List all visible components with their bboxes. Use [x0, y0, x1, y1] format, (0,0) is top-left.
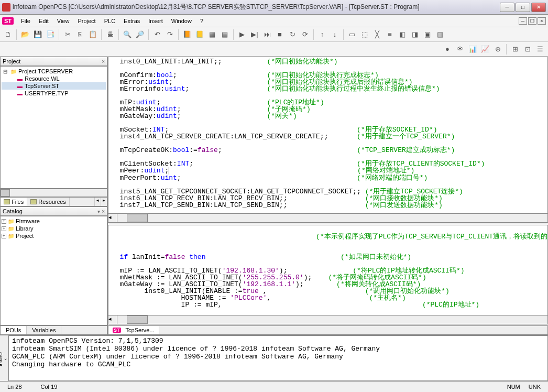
redo-icon[interactable]: ↷ [164, 29, 176, 40]
menu-file[interactable]: File [17, 16, 35, 26]
maximize-button[interactable]: □ [516, 3, 530, 12]
close-button[interactable]: ✕ [531, 3, 546, 12]
lower-hscroll[interactable]: ◂ [108, 315, 548, 324]
catalog-item[interactable]: +📁Firmware [2, 217, 106, 225]
menu-window[interactable]: Window [167, 16, 196, 26]
refresh-icon[interactable]: ⟳ [299, 29, 311, 40]
menu-plc[interactable]: PLC [100, 16, 119, 26]
layout1-icon[interactable]: ⊞ [509, 43, 521, 55]
cycle-icon[interactable]: ↻ [287, 29, 298, 40]
step-icon[interactable]: ▶| [249, 29, 260, 40]
st-icon: ST [113, 328, 121, 333]
tab-right-icon[interactable]: ▸ [101, 198, 107, 206]
mdi-minimize[interactable]: ─ [519, 17, 527, 25]
save-icon[interactable]: 💾 [32, 29, 43, 40]
statusbar: Ln 28 Col 19 NUM UNK [0, 381, 548, 392]
folder-icon: 📁 [7, 233, 15, 239]
watch-icon[interactable]: 👁 [454, 43, 466, 55]
project-panel-header: Project × [0, 57, 107, 66]
folder-icon: 📁 [7, 218, 15, 224]
tree-item[interactable]: ▬USERTYPE.TYP [2, 90, 106, 97]
extra6-icon[interactable]: ◨ [409, 29, 421, 40]
app-icon [2, 3, 10, 12]
tab-resources[interactable]: Resources [27, 198, 70, 206]
tab-files[interactable]: Files [1, 198, 27, 206]
mdi-restore[interactable]: ❐ [528, 17, 536, 25]
catalog-tree[interactable]: +📁Firmware+📁Library+📁Project [0, 216, 107, 325]
layout3-icon[interactable]: ☰ [534, 43, 546, 55]
download-icon[interactable]: ↓ [329, 29, 341, 40]
upper-hscroll[interactable]: ◂ [108, 214, 548, 223]
minimize-button[interactable]: ─ [500, 3, 514, 12]
expand-icon[interactable]: + [2, 234, 6, 238]
tree-item[interactable]: ▬TcpServer.ST [2, 82, 106, 90]
findnext-icon[interactable]: 🔎 [134, 29, 146, 40]
run-icon[interactable]: ▶ [236, 29, 248, 40]
expand-icon[interactable]: + [2, 226, 6, 231]
extra2-icon[interactable]: ⬚ [359, 29, 370, 40]
mdi-close[interactable]: × [538, 17, 546, 25]
folder-icon: 📁 [7, 225, 15, 232]
new-icon[interactable]: 🗋 [2, 29, 14, 40]
scope-icon[interactable]: 📈 [479, 43, 491, 55]
file-icon: ▬ [16, 75, 24, 82]
connect-icon[interactable]: ↑ [316, 29, 328, 40]
menu-insert[interactable]: Insert [144, 16, 167, 26]
expand-icon[interactable]: + [2, 219, 6, 224]
tab-variables[interactable]: Variables [27, 326, 61, 334]
file-icon: ▬ [16, 90, 24, 96]
layout2-icon[interactable]: ⊡ [522, 43, 533, 55]
extra3-icon[interactable]: ╳ [371, 29, 383, 40]
extra7-icon[interactable]: ▣ [422, 29, 433, 40]
menu-?[interactable]: ? [196, 16, 207, 26]
cut-icon[interactable]: ✂ [62, 29, 73, 40]
menu-edit[interactable]: Edit [35, 16, 53, 26]
undo-icon[interactable]: ↶ [151, 29, 163, 40]
catalog-item[interactable]: +📁Library [2, 225, 106, 232]
saveall-icon[interactable]: 📑 [45, 29, 56, 40]
paste-icon[interactable]: 📋 [87, 29, 98, 40]
tab-left-icon[interactable]: ◂ [94, 198, 101, 206]
target-icon[interactable]: ▤ [219, 29, 231, 40]
copy-icon[interactable]: ⎘ [74, 29, 86, 40]
print-icon[interactable]: 🖶 [104, 29, 116, 40]
stepover-icon[interactable]: ⏭ [261, 29, 273, 40]
tree-root[interactable]: ⊟📁 Project TCPSERVER [2, 68, 106, 75]
extra8-icon[interactable]: ▥ [434, 29, 446, 40]
folder-icon: 📁 [10, 68, 17, 74]
project-tree[interactable]: ⊟📁 Project TCPSERVER ▬Resource.WL▬TcpSer… [0, 66, 107, 189]
menu-extras[interactable]: Extras [119, 16, 144, 26]
trace-icon[interactable]: 📊 [467, 43, 478, 55]
project-hscroll[interactable] [0, 189, 107, 197]
pin-icon[interactable]: × [102, 59, 105, 64]
menu-view[interactable]: View [53, 16, 74, 26]
find-icon[interactable]: 🔍 [122, 29, 133, 40]
extra4-icon[interactable]: ≡ [384, 29, 396, 40]
st-badge: ST [2, 17, 14, 25]
file-icon: ▬ [16, 83, 24, 89]
catalog-panel-header: Catalog ▾ × [0, 206, 107, 216]
extra5-icon[interactable]: ◧ [397, 29, 408, 40]
bp-icon[interactable]: ● [442, 43, 453, 55]
output-label: × Output [0, 335, 8, 381]
build-icon[interactable]: 📙 [181, 29, 193, 40]
toggle-icon[interactable]: ⊕ [492, 43, 503, 55]
titlebar: infoteam OpenPCS [C:\Users\Administrator… [0, 0, 548, 15]
output-log[interactable]: infoteam OpenPCS Version: 7,1,5,17309 in… [8, 335, 548, 381]
menu-project[interactable]: Project [73, 16, 100, 26]
compile-icon[interactable]: ▦ [206, 29, 218, 40]
toolbar-main: 🗋 📂 💾 📑 ✂ ⎘ 📋 🖶 🔍 🔎 ↶ ↷ 📙 📒 ▦ ▤ ▶ ▶| ⏭ ■… [0, 27, 548, 42]
code-editor-declarations[interactable]: inst0_LAN_INIT:LAN_INIT;; (*网口初始化功能块*) m… [108, 57, 548, 214]
file-tab-tcpserver[interactable]: ST TcpServe... [108, 326, 159, 334]
open-icon[interactable]: 📂 [19, 29, 31, 40]
pin-icon[interactable]: ▾ × [97, 209, 105, 214]
rebuild-icon[interactable]: 📒 [194, 29, 205, 40]
stop-icon[interactable]: ■ [274, 29, 286, 40]
code-editor-body[interactable]: (*本示例程序实现了PLC作为TCP_SERVER与TCP_CLIENT通讯，将… [108, 225, 548, 315]
tab-pous[interactable]: POUs [1, 326, 27, 334]
tree-item[interactable]: ▬Resource.WL [2, 75, 106, 82]
toolbar-secondary: ● 👁 📊 📈 ⊕ ⊞ ⊡ ☰ [0, 42, 548, 57]
extra1-icon[interactable]: ▭ [346, 29, 358, 40]
catalog-item[interactable]: +📁Project [2, 232, 106, 239]
resources-icon [30, 199, 37, 204]
